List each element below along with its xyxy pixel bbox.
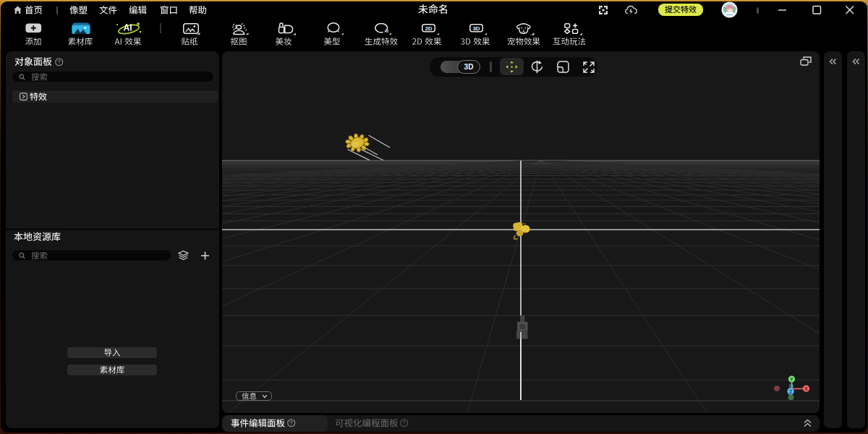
svg-text:X: X: [804, 386, 808, 391]
svg-text:Z: Z: [789, 389, 792, 394]
svg-text:Y: Y: [790, 377, 793, 382]
